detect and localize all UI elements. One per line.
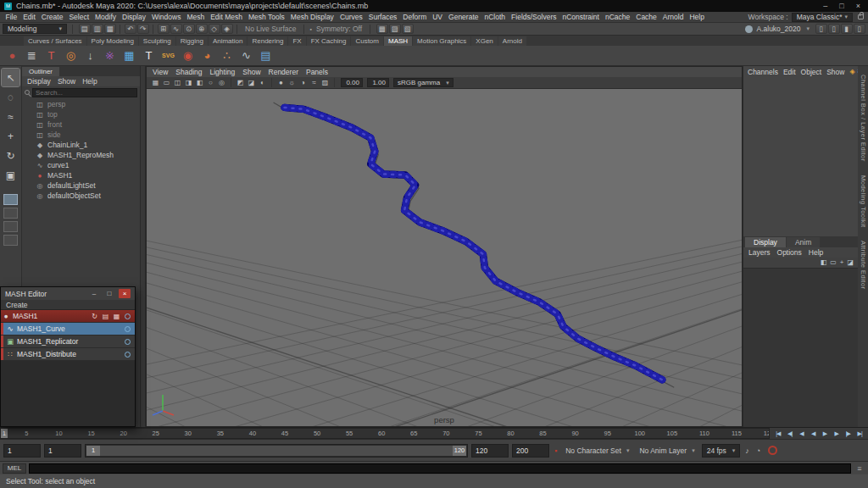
persp-outliner-layout-button[interactable] xyxy=(3,221,18,232)
side-tab-modeling-toolkit[interactable]: Modeling Toolkit xyxy=(860,175,867,228)
mash-orbit-icon[interactable]: ◕ xyxy=(198,47,216,64)
move-layer-up-icon[interactable]: ◧ xyxy=(821,258,827,266)
safe-action-icon[interactable]: ○ xyxy=(205,78,216,88)
mash-waiter-icon[interactable]: ● xyxy=(3,47,21,64)
mash-orient-icon[interactable]: ◎ xyxy=(62,47,80,64)
mash-editor-titlebar[interactable]: MASH Editor –□× xyxy=(1,287,135,300)
viewport-menu-show[interactable]: Show xyxy=(242,68,260,76)
menu-surfaces[interactable]: Surfaces xyxy=(365,13,400,21)
viewport-menu-shading[interactable]: Shading xyxy=(175,68,202,76)
minimize-button[interactable]: – xyxy=(823,2,827,10)
type-tool-icon[interactable]: T xyxy=(42,47,60,64)
play-forwards-button[interactable]: ▶ xyxy=(820,430,830,437)
play-backwards-button[interactable]: ◀ xyxy=(808,430,818,437)
menu-ncache[interactable]: nCache xyxy=(602,13,632,21)
channel-menu-channels[interactable]: Channels xyxy=(748,68,778,76)
range-end-handle[interactable]: 120 xyxy=(453,446,466,456)
menu-mesh[interactable]: Mesh xyxy=(184,13,208,21)
use-default-material-icon[interactable]: ● xyxy=(275,78,287,88)
node-enable-toggle[interactable] xyxy=(125,339,131,345)
outliner-item-defaultlightset[interactable]: ◎defaultLightSet xyxy=(22,180,140,191)
menu-mesh-tools[interactable]: Mesh Tools xyxy=(246,13,288,21)
menu-curves[interactable]: Curves xyxy=(337,13,365,21)
paint-select-tool[interactable]: ≈ xyxy=(2,108,19,125)
save-scene-icon[interactable]: ▦ xyxy=(104,24,116,34)
gamma-field[interactable]: 1.00 xyxy=(367,78,389,87)
shelf-tab-sculpting[interactable]: Sculpting xyxy=(139,36,175,46)
field-chart-icon[interactable]: ◧ xyxy=(194,78,205,88)
step-forward-frame-button[interactable]: ▶ xyxy=(832,430,842,437)
outliner-item-chainlink-1[interactable]: ◆ChainLink_1 xyxy=(22,140,140,150)
outliner-item-front[interactable]: ◫front xyxy=(22,119,140,130)
empty-layer-icon[interactable]: ▭ xyxy=(830,258,837,266)
channel-box-toggle-icon[interactable]: ▮ xyxy=(841,24,853,34)
menu-fields-solvers[interactable]: Fields/Solvers xyxy=(509,13,559,21)
new-layer-icon[interactable]: + xyxy=(840,258,844,266)
open-scene-icon[interactable]: ▥ xyxy=(92,24,103,34)
viewport-menu-lighting[interactable]: Lighting xyxy=(209,68,235,76)
mash-create-menu[interactable]: Create xyxy=(6,301,28,309)
menu-uv[interactable]: UV xyxy=(430,13,446,21)
fps-select[interactable]: 24 fps ▾ xyxy=(702,444,741,458)
mash-trails-icon[interactable]: ∴ xyxy=(218,47,236,64)
script-editor-icon[interactable]: ≡ xyxy=(854,464,865,473)
type-text-icon[interactable]: T xyxy=(140,47,158,64)
viewport-menu-view[interactable]: View xyxy=(153,68,168,76)
menu-display[interactable]: Display xyxy=(120,13,149,21)
layer-menu-layers[interactable]: Layers xyxy=(748,248,771,257)
viewport-menu-renderer[interactable]: Renderer xyxy=(269,68,298,76)
outliner-item-top[interactable]: ◫top xyxy=(22,109,140,119)
hypershade-persp-layout-button[interactable] xyxy=(3,235,18,246)
select-tool[interactable]: ↖ xyxy=(2,69,19,86)
menu-deform[interactable]: Deform xyxy=(400,13,430,21)
layer-tab-anim[interactable]: Anim xyxy=(787,237,820,247)
mash-editor-icon[interactable]: ≣ xyxy=(23,47,41,64)
keyframe-icon[interactable]: ▪ xyxy=(553,446,559,455)
menu-help[interactable]: Help xyxy=(687,13,707,21)
outliner-item-mash1-repromesh[interactable]: ◆MASH1_ReproMesh xyxy=(22,150,140,160)
show-manipulator-icon[interactable]: ◈ xyxy=(849,68,854,75)
render-view-icon[interactable]: ▩ xyxy=(376,24,388,34)
mash-add-node-icon[interactable]: ▦ xyxy=(112,313,121,320)
mash-display-icon[interactable]: ▤ xyxy=(101,313,110,320)
shelf-tab-poly-modeling[interactable]: Poly Modeling xyxy=(87,36,138,46)
workspace-select[interactable]: Maya Classic* ▾ xyxy=(792,13,853,22)
mash-grid-icon[interactable]: ▦ xyxy=(120,47,138,64)
menu-select[interactable]: Select xyxy=(66,13,92,21)
menu-ncloth[interactable]: nCloth xyxy=(481,13,509,21)
shelf-tab-rigging[interactable]: Rigging xyxy=(176,36,208,46)
account-menu[interactable]: A.aluko_2020 ▾ xyxy=(742,25,813,33)
layer-tab-display[interactable]: Display xyxy=(745,237,786,247)
current-time-indicator[interactable]: 1 xyxy=(1,429,8,438)
node-enable-toggle[interactable] xyxy=(125,326,131,332)
rotate-tool[interactable]: ↻ xyxy=(2,147,19,164)
scale-tool[interactable]: ▣ xyxy=(2,166,19,184)
outliner-menu-show[interactable]: Show xyxy=(58,77,75,86)
wireframe-on-shaded-icon[interactable]: ◐ xyxy=(257,78,268,88)
four-pane-layout-button[interactable] xyxy=(3,208,18,219)
node-enable-toggle[interactable] xyxy=(125,313,131,319)
shelf-tab-custom[interactable]: Custom xyxy=(351,36,383,46)
anim-layer-select[interactable]: No Anim Layer ▾ xyxy=(636,446,698,455)
shelf-tab-arnold[interactable]: Arnold xyxy=(498,36,526,46)
viewport-menu-panels[interactable]: Panels xyxy=(306,68,328,76)
step-forward-key-button[interactable]: |▶ xyxy=(843,430,853,437)
menu-windows[interactable]: Windows xyxy=(148,13,183,21)
symmetry-label[interactable]: Symmetry: Off xyxy=(314,25,364,33)
isolate-select-icon[interactable]: ◩ xyxy=(235,78,246,88)
grid-toggle-icon[interactable]: ▦ xyxy=(150,78,161,88)
side-tab-channel-box-layer-editor[interactable]: Channel Box / Layer Editor xyxy=(860,75,867,162)
render-settings-icon[interactable]: ▧ xyxy=(402,24,414,34)
node-enable-toggle[interactable] xyxy=(125,352,131,358)
menu-create[interactable]: Create xyxy=(38,13,66,21)
step-back-key-button[interactable]: ◀| xyxy=(785,430,795,437)
mash-node-mash1[interactable]: ●MASH1↻▤▦ xyxy=(1,310,135,323)
outliner-item-side[interactable]: ◫side xyxy=(22,130,140,140)
mash-node-mash1-distribute[interactable]: ∷MASH1_Distribute xyxy=(1,348,135,361)
animation-start-field[interactable]: 1 xyxy=(3,444,41,458)
mash-refresh-icon[interactable]: ↻ xyxy=(90,313,99,320)
snap-to-view-plane-icon[interactable]: ◇ xyxy=(209,24,220,34)
shelf-tab-animation[interactable]: Animation xyxy=(209,36,248,46)
mash-curve-icon[interactable]: ∿ xyxy=(237,47,255,64)
character-set-select[interactable]: No Character Set ▾ xyxy=(562,446,632,455)
